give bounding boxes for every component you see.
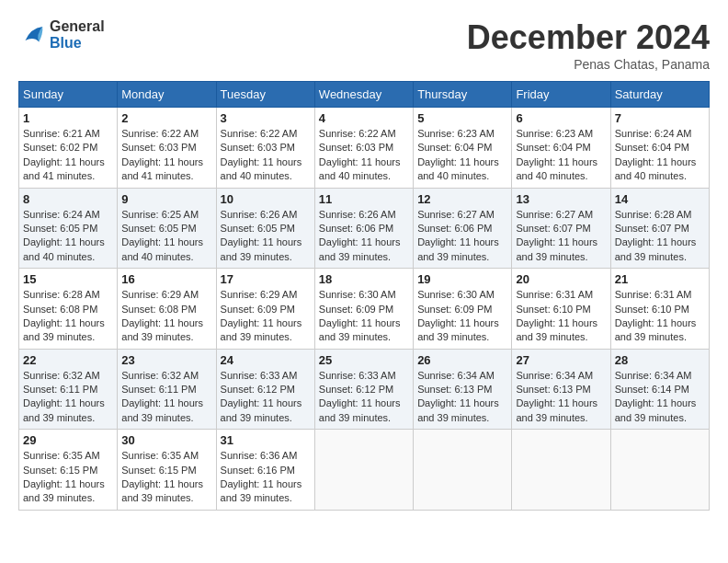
location: Penas Chatas, Panama — [467, 57, 710, 72]
calendar-day-cell: 12 Sunrise: 6:27 AM Sunset: 6:06 PM Dayl… — [414, 188, 512, 269]
calendar-day-cell: 5 Sunrise: 6:23 AM Sunset: 6:04 PM Dayli… — [414, 108, 512, 189]
logo-text: General Blue — [50, 18, 105, 52]
day-number: 10 — [221, 192, 311, 206]
day-info: Sunrise: 6:29 AM Sunset: 6:08 PM Dayligh… — [121, 288, 211, 345]
calendar-day-cell: 1 Sunrise: 6:21 AM Sunset: 6:02 PM Dayli… — [19, 108, 118, 189]
day-info: Sunrise: 6:22 AM Sunset: 6:03 PM Dayligh… — [121, 127, 211, 184]
day-info: Sunrise: 6:22 AM Sunset: 6:03 PM Dayligh… — [319, 127, 409, 184]
day-number: 30 — [121, 433, 211, 447]
day-info: Sunrise: 6:26 AM Sunset: 6:06 PM Dayligh… — [319, 208, 409, 265]
day-info: Sunrise: 6:27 AM Sunset: 6:06 PM Dayligh… — [417, 208, 507, 265]
day-number: 27 — [516, 353, 606, 367]
day-info: Sunrise: 6:21 AM Sunset: 6:02 PM Dayligh… — [23, 127, 113, 184]
day-info: Sunrise: 6:27 AM Sunset: 6:07 PM Dayligh… — [516, 208, 606, 265]
calendar-day-cell: 16 Sunrise: 6:29 AM Sunset: 6:08 PM Dayl… — [118, 269, 216, 350]
day-of-week-header: Monday — [118, 82, 216, 108]
day-info: Sunrise: 6:35 AM Sunset: 6:15 PM Dayligh… — [23, 449, 113, 506]
day-number: 31 — [221, 433, 311, 447]
calendar-day-cell: 26 Sunrise: 6:34 AM Sunset: 6:13 PM Dayl… — [414, 349, 512, 430]
day-number: 29 — [23, 433, 113, 447]
calendar-day-cell — [512, 430, 610, 511]
calendar-day-cell: 29 Sunrise: 6:35 AM Sunset: 6:15 PM Dayl… — [19, 430, 118, 511]
calendar-day-cell: 10 Sunrise: 6:26 AM Sunset: 6:05 PM Dayl… — [216, 188, 314, 269]
calendar-week-row: 8 Sunrise: 6:24 AM Sunset: 6:05 PM Dayli… — [19, 188, 710, 269]
calendar-day-cell: 9 Sunrise: 6:25 AM Sunset: 6:05 PM Dayli… — [118, 188, 216, 269]
calendar-day-cell: 2 Sunrise: 6:22 AM Sunset: 6:03 PM Dayli… — [118, 108, 216, 189]
day-info: Sunrise: 6:24 AM Sunset: 6:05 PM Dayligh… — [23, 208, 113, 265]
calendar-table: SundayMondayTuesdayWednesdayThursdayFrid… — [18, 81, 710, 511]
day-info: Sunrise: 6:35 AM Sunset: 6:15 PM Dayligh… — [121, 449, 211, 506]
day-number: 15 — [23, 272, 113, 286]
day-info: Sunrise: 6:22 AM Sunset: 6:03 PM Dayligh… — [221, 127, 311, 184]
day-number: 24 — [221, 353, 311, 367]
day-number: 23 — [121, 353, 211, 367]
day-of-week-header: Saturday — [610, 82, 709, 108]
calendar-day-cell: 30 Sunrise: 6:35 AM Sunset: 6:15 PM Dayl… — [118, 430, 216, 511]
day-number: 19 — [417, 272, 507, 286]
day-info: Sunrise: 6:36 AM Sunset: 6:16 PM Dayligh… — [221, 449, 311, 506]
day-number: 3 — [221, 111, 311, 125]
day-info: Sunrise: 6:34 AM Sunset: 6:13 PM Dayligh… — [417, 369, 507, 426]
day-number: 13 — [516, 192, 606, 206]
calendar-day-cell — [414, 430, 512, 511]
day-info: Sunrise: 6:30 AM Sunset: 6:09 PM Dayligh… — [417, 288, 507, 345]
calendar-week-row: 22 Sunrise: 6:32 AM Sunset: 6:11 PM Dayl… — [19, 349, 710, 430]
day-info: Sunrise: 6:23 AM Sunset: 6:04 PM Dayligh… — [417, 127, 507, 184]
day-number: 17 — [221, 272, 311, 286]
day-info: Sunrise: 6:29 AM Sunset: 6:09 PM Dayligh… — [221, 288, 311, 345]
day-info: Sunrise: 6:34 AM Sunset: 6:14 PM Dayligh… — [615, 369, 705, 426]
calendar-day-cell: 19 Sunrise: 6:30 AM Sunset: 6:09 PM Dayl… — [414, 269, 512, 350]
day-number: 1 — [23, 111, 113, 125]
calendar-day-cell — [314, 430, 413, 511]
day-number: 25 — [319, 353, 409, 367]
day-number: 5 — [417, 111, 507, 125]
calendar-day-cell: 22 Sunrise: 6:32 AM Sunset: 6:11 PM Dayl… — [19, 349, 118, 430]
calendar-week-row: 29 Sunrise: 6:35 AM Sunset: 6:15 PM Dayl… — [19, 430, 710, 511]
day-info: Sunrise: 6:28 AM Sunset: 6:08 PM Dayligh… — [23, 288, 113, 345]
logo-icon — [18, 21, 46, 49]
page-header: General Blue December 2024 Penas Chatas,… — [18, 18, 710, 72]
day-info: Sunrise: 6:25 AM Sunset: 6:05 PM Dayligh… — [121, 208, 211, 265]
calendar-day-cell: 11 Sunrise: 6:26 AM Sunset: 6:06 PM Dayl… — [314, 188, 413, 269]
calendar-day-cell — [610, 430, 709, 511]
day-info: Sunrise: 6:34 AM Sunset: 6:13 PM Dayligh… — [516, 369, 606, 426]
day-number: 4 — [319, 111, 409, 125]
day-number: 6 — [516, 111, 606, 125]
day-number: 20 — [516, 272, 606, 286]
logo: General Blue — [18, 18, 105, 52]
day-info: Sunrise: 6:24 AM Sunset: 6:04 PM Dayligh… — [615, 127, 705, 184]
day-info: Sunrise: 6:33 AM Sunset: 6:12 PM Dayligh… — [221, 369, 311, 426]
day-info: Sunrise: 6:30 AM Sunset: 6:09 PM Dayligh… — [319, 288, 409, 345]
day-number: 21 — [615, 272, 705, 286]
calendar-day-cell: 18 Sunrise: 6:30 AM Sunset: 6:09 PM Dayl… — [314, 269, 413, 350]
calendar-day-cell: 4 Sunrise: 6:22 AM Sunset: 6:03 PM Dayli… — [314, 108, 413, 189]
day-info: Sunrise: 6:32 AM Sunset: 6:11 PM Dayligh… — [23, 369, 113, 426]
calendar-day-cell: 8 Sunrise: 6:24 AM Sunset: 6:05 PM Dayli… — [19, 188, 118, 269]
calendar-day-cell: 6 Sunrise: 6:23 AM Sunset: 6:04 PM Dayli… — [512, 108, 610, 189]
month-year: December 2024 — [467, 18, 710, 57]
day-number: 18 — [319, 272, 409, 286]
calendar-week-row: 1 Sunrise: 6:21 AM Sunset: 6:02 PM Dayli… — [19, 108, 710, 189]
day-number: 28 — [615, 353, 705, 367]
day-of-week-header: Tuesday — [216, 82, 314, 108]
day-info: Sunrise: 6:32 AM Sunset: 6:11 PM Dayligh… — [121, 369, 211, 426]
calendar-week-row: 15 Sunrise: 6:28 AM Sunset: 6:08 PM Dayl… — [19, 269, 710, 350]
day-number: 22 — [23, 353, 113, 367]
calendar-day-cell: 27 Sunrise: 6:34 AM Sunset: 6:13 PM Dayl… — [512, 349, 610, 430]
day-of-week-header: Thursday — [414, 82, 512, 108]
day-info: Sunrise: 6:23 AM Sunset: 6:04 PM Dayligh… — [516, 127, 606, 184]
day-number: 26 — [417, 353, 507, 367]
day-of-week-header: Sunday — [19, 82, 118, 108]
day-info: Sunrise: 6:31 AM Sunset: 6:10 PM Dayligh… — [615, 288, 705, 345]
day-number: 2 — [121, 111, 211, 125]
calendar-day-cell: 21 Sunrise: 6:31 AM Sunset: 6:10 PM Dayl… — [610, 269, 709, 350]
title-block: December 2024 Penas Chatas, Panama — [467, 18, 710, 72]
calendar-header-row: SundayMondayTuesdayWednesdayThursdayFrid… — [19, 82, 710, 108]
day-number: 9 — [121, 192, 211, 206]
calendar-day-cell: 17 Sunrise: 6:29 AM Sunset: 6:09 PM Dayl… — [216, 269, 314, 350]
day-number: 12 — [417, 192, 507, 206]
day-info: Sunrise: 6:31 AM Sunset: 6:10 PM Dayligh… — [516, 288, 606, 345]
calendar-day-cell: 20 Sunrise: 6:31 AM Sunset: 6:10 PM Dayl… — [512, 269, 610, 350]
calendar-day-cell: 24 Sunrise: 6:33 AM Sunset: 6:12 PM Dayl… — [216, 349, 314, 430]
day-of-week-header: Friday — [512, 82, 610, 108]
